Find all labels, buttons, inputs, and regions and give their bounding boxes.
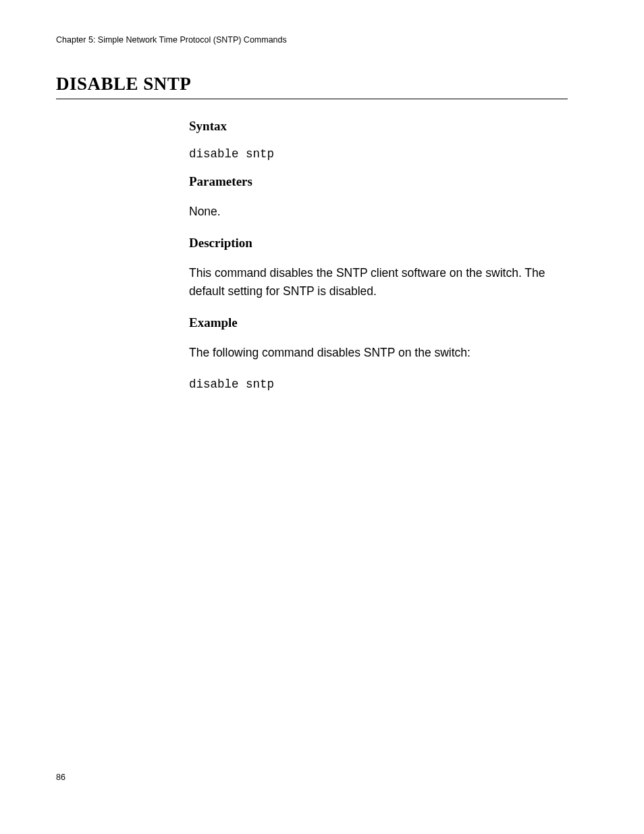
example-intro: The following command disables SNTP on t… xyxy=(189,344,567,362)
example-section: Example The following command disables S… xyxy=(189,315,567,390)
syntax-heading: Syntax xyxy=(189,119,567,134)
example-code: disable sntp xyxy=(189,377,567,391)
syntax-section: Syntax disable sntp xyxy=(189,119,567,161)
parameters-section: Parameters None. xyxy=(189,174,567,221)
page-title: DISABLE SNTP xyxy=(56,74,568,95)
content-area: Syntax disable sntp Parameters None. Des… xyxy=(189,119,567,405)
parameters-heading: Parameters xyxy=(189,174,567,189)
page-number-text: 86 xyxy=(56,773,65,782)
chapter-header-text: Chapter 5: Simple Network Time Protocol … xyxy=(56,35,287,45)
description-text: This command disables the SNTP client so… xyxy=(189,264,567,301)
parameters-text: None. xyxy=(189,203,567,221)
page-number: 86 xyxy=(56,773,65,782)
page-title-container: DISABLE SNTP xyxy=(56,74,568,99)
syntax-code: disable sntp xyxy=(189,147,567,161)
description-heading: Description xyxy=(189,236,567,251)
description-section: Description This command disables the SN… xyxy=(189,236,567,301)
page-header: Chapter 5: Simple Network Time Protocol … xyxy=(56,35,287,45)
example-heading: Example xyxy=(189,315,567,330)
